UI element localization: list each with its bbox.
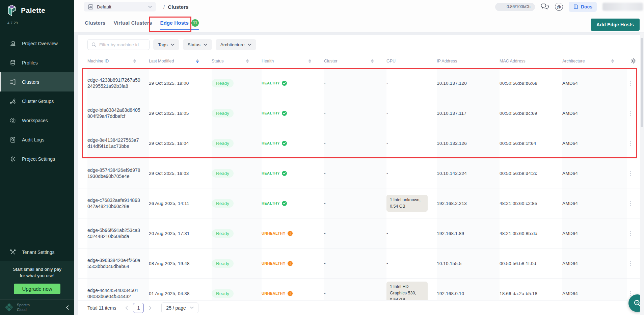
cell-gpu: - [386,218,437,248]
page-size-select[interactable]: 25 / page [161,303,198,313]
cell-gpu: - [386,248,437,278]
row-menu-button[interactable] [628,79,633,88]
cell-status: Ready [212,218,262,248]
sort-toggle[interactable] [196,59,199,63]
architecture-text: AMD64 [562,81,578,86]
gpu-text: - [386,80,388,86]
tabs-bar: ClustersVirtual ClustersEdge Hosts11 Add… [74,14,644,32]
add-edge-hosts-button[interactable]: Add Edge Hosts [591,19,640,31]
sort-toggle[interactable] [371,59,374,63]
column-header-cluster[interactable]: Cluster [324,54,386,68]
table-row[interactable]: edge-857438426ef9d9781930dbe90b705e4e29 … [78,158,640,188]
cell-health: HEALTHY [262,158,324,188]
sort-desc-caret [133,61,136,63]
sidebar-item-profiles[interactable]: Profiles [0,53,74,72]
mention-button[interactable]: @ [555,3,563,11]
sidebar-item-clusters[interactable]: Clusters [0,72,74,91]
row-menu-button[interactable] [628,229,633,238]
column-label: Architecture [562,59,585,63]
sidebar-item-audit-logs[interactable]: Audit Logs [0,130,74,149]
row-menu-button[interactable] [628,169,633,178]
table-row[interactable]: edge-bfa83842a83d8405804f29a47ddbafcf29 … [78,98,640,128]
sidebar-item-project-overview[interactable]: Project Overview [0,34,74,53]
cell-ip-address: 10.10.142.224 [437,158,500,188]
search-icon [91,42,97,47]
row-menu-button[interactable] [628,259,633,268]
gpu-text: - [386,110,388,116]
row-menu-button[interactable] [628,199,633,208]
machine-id-search [87,39,150,50]
table-row[interactable]: edge-c76832aefe914893047a48210b60c28e26 … [78,188,640,218]
tags-filter-button[interactable]: Tags [153,39,179,50]
cell-actions [627,98,640,128]
sidebar-collapse-button[interactable] [66,305,69,310]
cell-machine-id: edge-4238b891f7267a5024295521a92b3fa8 [87,68,149,98]
sidebar-item-tenant-settings[interactable]: Tenant Settings [0,243,74,261]
machine-id-text: edge-4238b891f7267a5024295521a92b3fa8 [87,77,141,89]
docsearch-icon [9,136,16,143]
table-row[interactable]: edge-5b96f691ab253ca3c02448210b608bda20 … [78,218,640,248]
status-filter-button[interactable]: Status [183,39,212,50]
cell-architecture: AMD64 [562,188,627,218]
column-label: GPU [386,59,396,63]
column-header-status[interactable]: Status [212,54,262,68]
cell-ip-address: 192.168.2.213 [437,188,500,218]
health-badge: HEALTHY [262,141,287,146]
cell-ip-address: 192.168.1.89 [437,218,500,248]
column-header-health[interactable]: Health [262,54,324,68]
column-label: MAC Address [500,59,525,63]
sidebar-item-project-settings[interactable]: Project Settings [0,149,74,168]
column-settings-button[interactable] [630,58,637,64]
previous-page-button[interactable] [125,306,128,310]
machine-id-text: edge-bfa83842a83d8405804f29a47ddbafcf [87,107,141,120]
cell-last-modified: 29 Oct 2025, 18:00 [149,68,212,98]
chat-button[interactable] [541,3,549,10]
sort-toggle[interactable] [246,59,249,63]
search-input[interactable] [99,42,146,47]
column-header-gpu: GPU [386,54,437,68]
sidebar-item-cluster-groups[interactable]: Cluster Groups [0,91,74,111]
tab-edge-hosts[interactable]: Edge Hosts11 [160,14,199,32]
project-selector[interactable]: Default [84,2,156,11]
sort-toggle[interactable] [611,59,614,63]
table-row[interactable]: edge-4238b891f7267a5024295521a92b3fa829 … [78,68,640,98]
row-menu-button[interactable] [628,109,633,118]
cluster-text: - [324,261,326,266]
status-badge: Ready [212,259,234,268]
docs-button[interactable]: Docs [569,2,597,12]
tabs: ClustersVirtual ClustersEdge Hosts11 [85,14,207,32]
chevron-down-icon [204,44,207,46]
cell-machine-id: edge-396338420e4f260a55c3bbd046db9b64 [87,248,149,278]
row-menu-button[interactable] [628,139,633,148]
architecture-filter-button[interactable]: Architecture [216,39,256,50]
scrollbar-thumb[interactable] [641,38,643,127]
sidebar-item-workspaces[interactable]: Workspaces [0,111,74,130]
column-header-machine-id[interactable]: Machine ID [87,54,149,68]
vertical-scrollbar[interactable] [640,32,644,315]
next-page-button[interactable] [149,306,152,310]
healthy-check-icon [282,201,287,206]
dot [630,141,631,142]
healthy-check-icon [282,111,287,116]
upgrade-promo: Start small and only pay for what you us… [0,261,74,299]
health-text: HEALTHY [262,111,280,115]
spectro-cloud-logo-icon [4,303,14,313]
upgrade-now-button[interactable]: Upgrade now [14,284,60,294]
chart-icon [9,40,16,47]
tab-virtual-clusters[interactable]: Virtual Clusters [114,14,152,32]
current-page-button[interactable]: 1 [133,303,144,313]
table-row[interactable]: edge-8e41384227563a7d14df9f1d1ac73bbe29 … [78,128,640,158]
column-label: Machine ID [87,59,109,63]
column-header-architecture[interactable]: Architecture [562,54,627,68]
sort-toggle[interactable] [308,59,311,63]
table-footer: Total 11 items 1 25 / page [78,300,640,315]
palette-logo-icon [6,4,18,17]
sidebar-item-label: Project Overview [22,41,58,46]
breadcrumb-current[interactable]: Clusters [168,4,189,10]
cell-architecture: AMD64 [562,98,627,128]
tab-clusters[interactable]: Clusters [85,14,106,32]
table-row[interactable]: edge-4c4c4544003450108033b6e04f50443201 … [78,279,640,300]
table-row[interactable]: edge-396338420e4f260a55c3bbd046db9b6408 … [78,248,640,279]
column-header-last-modified[interactable]: Last Modified [149,54,212,68]
sort-toggle[interactable] [133,59,136,63]
